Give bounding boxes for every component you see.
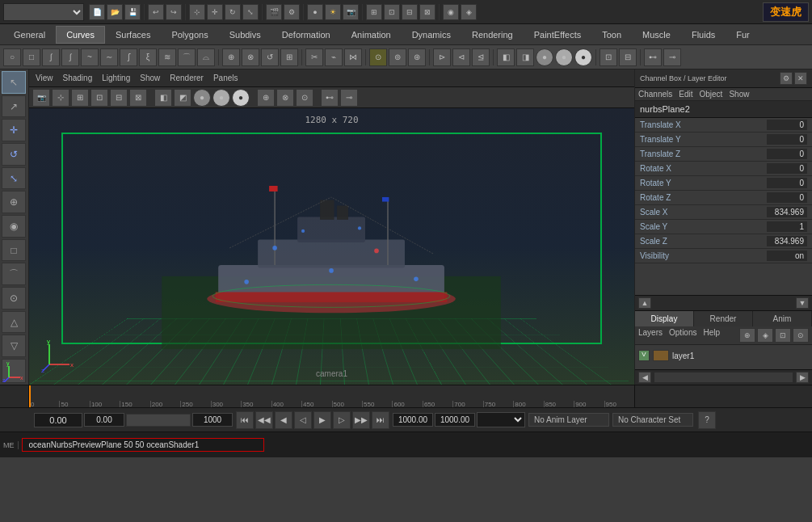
char-set-display[interactable]: No Character Set bbox=[612, 413, 693, 427]
vp-snap1-icon[interactable]: ⊕ bbox=[257, 89, 275, 107]
surface-snap-icon[interactable]: ⊠ bbox=[419, 4, 435, 20]
vp-show-menu[interactable]: Show bbox=[137, 72, 163, 84]
scale-x-value[interactable]: 834.969 bbox=[767, 207, 807, 217]
prev-key-button[interactable]: ◀◀ bbox=[255, 411, 273, 429]
curve3-icon[interactable]: ~ bbox=[81, 48, 99, 66]
tab-fur[interactable]: Fur bbox=[726, 26, 760, 44]
wave-icon[interactable]: ≋ bbox=[158, 48, 176, 66]
shading2-icon[interactable]: ◨ bbox=[516, 48, 534, 66]
rotate-y-value[interactable]: 0 bbox=[767, 178, 807, 188]
layer1-color[interactable] bbox=[653, 350, 669, 361]
options-menu[interactable]: Options bbox=[669, 328, 696, 343]
trim-icon[interactable]: ✂ bbox=[305, 48, 323, 66]
step-back-button[interactable]: ◀ bbox=[275, 411, 292, 429]
tab-rendering[interactable]: Rendering bbox=[461, 26, 524, 44]
transform1-icon[interactable]: ⊡ bbox=[600, 48, 617, 66]
tab-deformation[interactable]: Deformation bbox=[271, 26, 341, 44]
shading1-icon[interactable]: ◧ bbox=[497, 48, 515, 66]
grid-icon[interactable]: ⊞ bbox=[366, 4, 382, 20]
vp-render3-icon[interactable]: ● bbox=[193, 89, 211, 107]
scale-y-value[interactable]: 1 bbox=[767, 221, 807, 232]
cv-icon[interactable]: ⊙ bbox=[369, 48, 387, 66]
visibility-channel[interactable]: Visibility on bbox=[635, 249, 812, 263]
vp-render1-icon[interactable]: ◧ bbox=[154, 89, 172, 107]
layers-menu[interactable]: Layers bbox=[638, 328, 663, 343]
range-start-field[interactable] bbox=[84, 413, 124, 427]
rotate-icon[interactable]: ↻ bbox=[225, 4, 241, 20]
rotate-z-value[interactable]: 0 bbox=[767, 192, 807, 203]
vp-render5-icon[interactable]: ● bbox=[232, 89, 250, 107]
rotate-z-channel[interactable]: Rotate Z 0 bbox=[635, 191, 812, 205]
go-end-button[interactable]: ⏭ bbox=[372, 411, 389, 429]
transform2-icon[interactable]: ⊟ bbox=[619, 48, 637, 66]
tab-fluids[interactable]: Fluids bbox=[681, 26, 726, 44]
tab-subdivs[interactable]: Subdivs bbox=[219, 26, 271, 44]
vp-camera-icon[interactable]: 📷 bbox=[32, 89, 50, 107]
input-icon[interactable]: ◈ bbox=[461, 4, 477, 20]
select-icon[interactable]: ⊹ bbox=[189, 4, 205, 20]
dynamics-dropdown[interactable]: Dynamics bbox=[3, 3, 84, 21]
scale-x-channel[interactable]: Scale X 834.969 bbox=[635, 205, 812, 220]
layer1-vis-btn[interactable]: V bbox=[638, 350, 650, 361]
translate-z-channel[interactable]: Translate Z 0 bbox=[635, 147, 812, 162]
paint-tool[interactable]: ⊙ bbox=[2, 287, 26, 309]
vp-panels-menu[interactable]: Panels bbox=[210, 72, 242, 84]
tab-curves[interactable]: Curves bbox=[56, 26, 105, 44]
vp-extra2-icon[interactable]: ⊸ bbox=[340, 89, 358, 107]
soft-select-icon[interactable]: ◉ bbox=[443, 4, 459, 20]
birail-icon[interactable]: ⊞ bbox=[280, 48, 298, 66]
show-menu[interactable]: Show bbox=[729, 90, 749, 99]
play-back-button[interactable]: ◁ bbox=[294, 411, 312, 429]
tab-surfaces[interactable]: Surfaces bbox=[105, 26, 161, 44]
snap-curve-icon[interactable]: ⊳ bbox=[433, 48, 451, 66]
vp-grid-icon[interactable]: ⊞ bbox=[71, 89, 89, 107]
shading4-icon[interactable]: ● bbox=[555, 48, 573, 66]
current-time-display[interactable]: 0.00 bbox=[34, 413, 82, 427]
reduce-tool[interactable]: ▽ bbox=[2, 335, 26, 357]
arc-icon[interactable]: ⌒ bbox=[178, 48, 196, 66]
bezier-icon[interactable]: ⌓ bbox=[197, 48, 215, 66]
translate-y-value[interactable]: 0 bbox=[767, 134, 807, 145]
fps-dropdown[interactable] bbox=[477, 412, 525, 427]
timeline-ruler[interactable]: 0 50 100 150 200 250 300 350 400 450 500… bbox=[29, 385, 634, 407]
redo-icon[interactable]: ↪ bbox=[166, 4, 182, 20]
rotate-x-channel[interactable]: Rotate X 0 bbox=[635, 162, 812, 176]
vp-snap3-icon[interactable]: ⊙ bbox=[296, 89, 313, 107]
scale-y-channel[interactable]: Scale Y 1 bbox=[635, 220, 812, 234]
vp-view3-icon[interactable]: ⊠ bbox=[129, 89, 147, 107]
scroll-down-icon[interactable]: ▼ bbox=[796, 297, 809, 309]
camera-icon[interactable]: 📷 bbox=[343, 4, 359, 20]
rect-icon[interactable]: □ bbox=[23, 48, 40, 66]
help-icon[interactable]: ? bbox=[698, 411, 716, 429]
move-icon[interactable]: ✛ bbox=[207, 4, 223, 20]
scale-tool[interactable]: ⤡ bbox=[2, 167, 26, 190]
translate-x-channel[interactable]: Translate X 0 bbox=[635, 118, 812, 133]
vp-select-icon[interactable]: ⊹ bbox=[52, 89, 69, 107]
translate-x-value[interactable]: 0 bbox=[767, 120, 807, 130]
revolve-icon[interactable]: ↺ bbox=[261, 48, 279, 66]
tab-animation[interactable]: Animation bbox=[341, 26, 402, 44]
help-menu[interactable]: Help bbox=[703, 328, 720, 343]
tab-general[interactable]: General bbox=[3, 26, 56, 44]
extra1-icon[interactable]: ⊷ bbox=[644, 48, 662, 66]
lasso-tool[interactable]: ⌒ bbox=[2, 263, 26, 285]
layer-icon1[interactable]: ⊕ bbox=[739, 328, 755, 343]
scale-icon[interactable]: ⤡ bbox=[242, 4, 259, 20]
tab-painteffects[interactable]: PaintEffects bbox=[524, 26, 592, 44]
layer-scroll-right[interactable]: ▶ bbox=[796, 372, 809, 383]
anim-tab[interactable]: Anim bbox=[753, 311, 812, 326]
tab-polygons[interactable]: Polygons bbox=[161, 26, 218, 44]
render-tab[interactable]: Render bbox=[694, 311, 753, 326]
rotate-x-value[interactable]: 0 bbox=[767, 163, 807, 174]
step-forward-button[interactable]: ▷ bbox=[333, 411, 351, 429]
canvas-area[interactable]: 1280 x 720 bbox=[29, 108, 634, 385]
curve4-icon[interactable]: ∼ bbox=[100, 48, 118, 66]
circle-icon[interactable]: ○ bbox=[3, 48, 21, 66]
layer-icon2[interactable]: ◈ bbox=[757, 328, 773, 343]
select-tool[interactable]: ↖ bbox=[2, 71, 26, 94]
vp-lighting-menu[interactable]: Lighting bbox=[99, 72, 133, 84]
vp-shading-menu[interactable]: Shading bbox=[60, 72, 96, 84]
vp-renderer-menu[interactable]: Renderer bbox=[166, 72, 207, 84]
ep-icon[interactable]: ⊚ bbox=[389, 48, 406, 66]
extrude-icon[interactable]: ⊕ bbox=[222, 48, 240, 66]
